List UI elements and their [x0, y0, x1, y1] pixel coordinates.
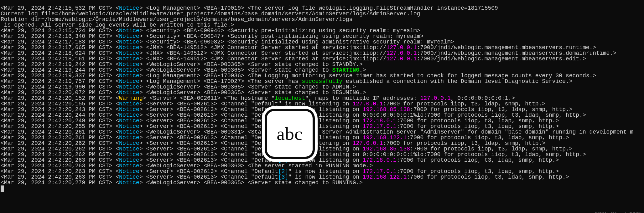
- log-level: Notice: [119, 33, 139, 39]
- log-timestamp: <Mar 29, 2024 2:42:19,757 PM CST>: [1, 78, 116, 84]
- log-category: <JMX>: [146, 50, 167, 56]
- log-line: <Mar 29, 2024 2:42:20,263 PM CST> <Notic…: [1, 169, 633, 174]
- log-category: <JMX>: [146, 56, 167, 62]
- log-line: <Mar 29, 2024 2:42:19,990 PM CST> <Notic…: [1, 84, 633, 90]
- log-timestamp: <Mar 29, 2024 2:42:19,242 PM CST>: [1, 61, 116, 68]
- log-level: Notice: [119, 163, 139, 169]
- log-code: <BEA-170027>: [204, 78, 247, 84]
- log-category: <JMX>: [146, 44, 167, 51]
- log-line: <Mar 29, 2024 2:42:19,757 PM CST> <Notic…: [1, 79, 633, 84]
- ip-address: 127.0.0.1: [386, 50, 417, 56]
- log-code: <BEA-002613>: [177, 101, 221, 107]
- log-category: <Server>: [146, 123, 177, 129]
- log-line: <Mar 29, 2024 2:42:16,340 PM CST> <Notic…: [1, 33, 633, 39]
- log-category: <Log Management>: [146, 78, 204, 84]
- log-timestamp: <Mar 29, 2024 2:42:15,724 PM CST>: [1, 28, 116, 34]
- log-category: <Server>: [146, 106, 177, 113]
- log-category: <Server>: [146, 151, 177, 158]
- log-category: <WebLogicServer>: [146, 84, 204, 90]
- log-timestamp: <Mar 29, 2024 2:42:20,262 PM CST>: [1, 140, 116, 146]
- log-timestamp: <Mar 29, 2024 2:42:18,161 PM CST>: [1, 56, 116, 62]
- log-line: <Mar 29, 2024 2:42:15,532 PM CST> <Notic…: [1, 6, 633, 11]
- ip-address: 192.168.122.1: [363, 174, 407, 180]
- log-code: <BEA-000365>: [204, 67, 247, 73]
- log-level: Warning: [119, 95, 143, 101]
- log-code: <BEA-149512>: [166, 44, 210, 51]
- log-timestamp: <Mar 29, 2024 2:42:20,262 PM CST>: [1, 146, 116, 152]
- ip-address: 127.0.0.1: [352, 140, 383, 146]
- ime-indicator-overlay: abc: [262, 107, 317, 161]
- log-line: <Mar 29, 2024 2:42:15,724 PM CST> <Notic…: [1, 28, 633, 33]
- log-level: Notice: [119, 151, 139, 158]
- log-line: Rotation dir=/home/weblogic/Oracle/Middl…: [1, 17, 633, 22]
- log-timestamp: <Mar 29, 2024 2:42:20,243 PM CST>: [1, 106, 116, 113]
- log-timestamp: <Mar 29, 2024 2:42:20,262 PM CST>: [1, 151, 116, 158]
- log-timestamp: <Mar 29, 2024 2:42:20,244 PM CST>: [1, 112, 116, 118]
- log-code: <BEA-002613>: [177, 134, 221, 141]
- log-level: Notice: [119, 89, 139, 96]
- log-level: Notice: [119, 28, 139, 34]
- log-timestamp: <Mar 29, 2024 2:42:20,072 PM CST>: [1, 89, 116, 96]
- log-line: <Mar 29, 2024 2:42:19,242 PM CST> <Notic…: [1, 62, 633, 67]
- log-code: <BEA-002613>: [177, 157, 221, 163]
- log-code: <BEA-000365>: [204, 180, 247, 186]
- log-code: <BEA-090082>: [183, 39, 227, 45]
- log-level: Notice: [119, 180, 139, 186]
- ip-address: 172.17.0.1: [363, 123, 397, 129]
- ip-address: 172.17.0.1: [363, 168, 397, 175]
- log-category: <Log Management>: [146, 73, 204, 79]
- log-code: <BEA-149512>: [166, 50, 210, 56]
- log-timestamp: <Mar 29, 2024 2:42:18,024 PM CST>: [1, 50, 116, 56]
- watermark: CSDN @fenglei2020: [594, 212, 641, 213]
- log-level: Notice: [119, 44, 139, 51]
- log-timestamp: <Mar 29, 2024 2:42:20,263 PM CST>: [1, 163, 116, 169]
- log-code: <BEA-000360>: [204, 163, 247, 169]
- log-category: <Security>: [146, 33, 184, 39]
- log-level: Notice: [119, 112, 139, 118]
- log-category: <Server>: [146, 118, 177, 124]
- log-line: <Mar 29, 2024 2:42:20,263 PM CST> <Notic…: [1, 157, 633, 163]
- ip-address: 192.168.85.138: [363, 106, 410, 113]
- log-category: <Server>: [146, 101, 177, 107]
- log-timestamp: <Mar 29, 2024 2:42:20,263 PM CST>: [1, 174, 116, 180]
- log-timestamp: <Mar 29, 2024 2:42:20,279 PM CST>: [1, 180, 116, 186]
- log-code: <BEA-002611>: [180, 95, 224, 101]
- log-category: <Server>: [146, 174, 177, 180]
- log-level: Notice: [119, 73, 139, 79]
- log-line: <Mar 29, 2024 2:42:20,155 PM CST> <Notic…: [1, 101, 633, 107]
- cursor: [1, 185, 4, 192]
- log-line: <Mar 29, 2024 2:42:18,024 PM CST> <Notic…: [1, 50, 633, 56]
- log-timestamp: <Mar 29, 2024 2:42:17,665 PM CST>: [1, 44, 116, 51]
- log-timestamp: <Mar 29, 2024 2:42:20,263 PM CST>: [1, 157, 116, 163]
- log-line: <Mar 29, 2024 2:42:20,262 PM CST> <Notic…: [1, 152, 633, 157]
- log-code: <BEA-002613>: [177, 118, 221, 124]
- log-level: Notice: [119, 61, 139, 68]
- log-category: <Server>: [146, 157, 177, 163]
- ime-indicator-text: abc: [265, 109, 315, 159]
- log-line: <Mar 29, 2024 2:42:20,263 PM CST> <Notic…: [1, 163, 633, 169]
- log-line: <Mar 29, 2024 2:42:19,244 PM CST> <Notic…: [1, 67, 633, 73]
- prompt-line[interactable]: [1, 185, 633, 192]
- ip-address: 127.0.0.1: [386, 56, 417, 62]
- log-line: <Mar 29, 2024 2:42:20,072 PM CST> <Notic…: [1, 90, 633, 95]
- log-level: Notice: [119, 101, 139, 107]
- log-category: <Server>: [146, 112, 177, 118]
- log-line: Current log file=/home/weblogic/Oracle/M…: [1, 11, 633, 17]
- log-code: <BEA-002613>: [177, 168, 221, 175]
- log-timestamp: <Mar 29, 2024 2:42:20,249 PM CST>: [1, 118, 116, 124]
- log-level: Notice: [119, 39, 139, 45]
- log-line: <Mar 29, 2024 2:42:20,279 PM CST> <Notic…: [1, 180, 633, 185]
- log-code: <BEA-090947>: [183, 33, 227, 39]
- log-category: <WebLogicServer>: [146, 180, 204, 186]
- log-code: <BEA-002613>: [177, 123, 221, 129]
- log-line: <Mar 29, 2024 2:42:19,337 PM CST> <Notic…: [1, 73, 633, 79]
- log-level: Notice: [119, 146, 139, 152]
- ip-address: 192.168.85.138: [363, 146, 410, 152]
- log-code: <BEA-149512>: [166, 56, 210, 62]
- log-category: <WebLogicServer>: [146, 61, 204, 68]
- log-code: <BEA-090946>: [183, 28, 227, 34]
- log-code: <BEA-000365>: [204, 89, 247, 96]
- terminal-output[interactable]: <Mar 29, 2024 2:42:15,532 PM CST> <Notic…: [1, 6, 633, 192]
- log-level: Notice: [119, 50, 139, 56]
- log-timestamp: <Mar 29, 2024 2:42:19,244 PM CST>: [1, 67, 116, 73]
